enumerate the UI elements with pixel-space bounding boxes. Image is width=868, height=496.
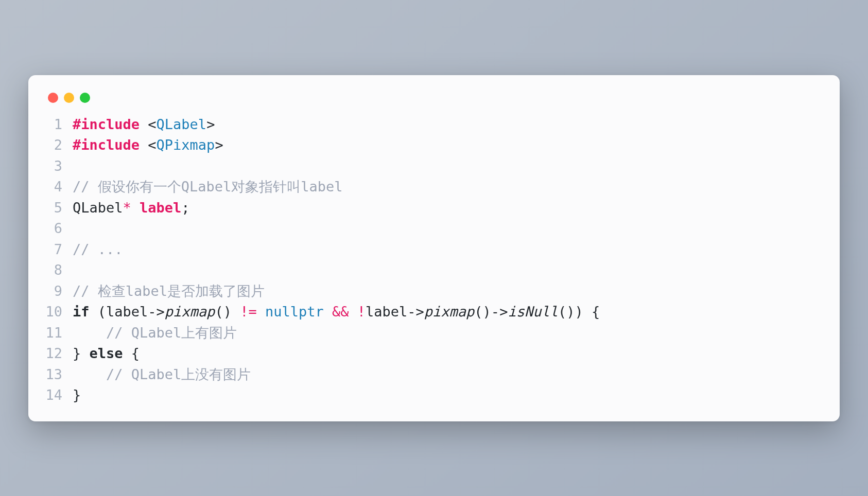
line-content	[73, 156, 81, 177]
line-number: 7	[44, 239, 73, 260]
line-number: 5	[44, 198, 73, 219]
code-token: ()	[215, 304, 240, 320]
code-token: QLabel	[73, 200, 123, 216]
zoom-icon[interactable]	[80, 93, 90, 103]
line-content: // 检查label是否加载了图片	[73, 281, 265, 302]
code-line: 2#include <QPixmap>	[44, 135, 824, 156]
code-line: 10if (label->pixmap() != nullptr && !lab…	[44, 302, 824, 323]
code-token: QPixmap	[157, 137, 215, 153]
line-number: 3	[44, 156, 73, 177]
code-token: ()) {	[558, 304, 600, 320]
code-token: ()->	[474, 304, 508, 320]
code-token: ;	[181, 200, 189, 216]
code-token: if	[73, 304, 90, 320]
line-number: 6	[44, 218, 73, 239]
code-line: 5QLabel* label;	[44, 198, 824, 219]
code-token: *	[123, 200, 140, 216]
line-number: 4	[44, 176, 73, 198]
code-token: // 检查label是否加载了图片	[73, 283, 265, 299]
line-number: 11	[44, 323, 73, 344]
line-content: // ...	[73, 239, 123, 260]
close-icon[interactable]	[48, 93, 58, 103]
line-number: 9	[44, 281, 73, 302]
code-line: 9// 检查label是否加载了图片	[44, 281, 824, 302]
line-number: 8	[44, 260, 73, 281]
line-content: #include <QLabel>	[73, 114, 215, 135]
code-token: !=	[240, 304, 265, 320]
code-token: nullptr	[265, 304, 324, 320]
code-token: #	[73, 137, 81, 153]
line-content: // 假设你有一个QLabel对象指针叫label	[73, 176, 343, 198]
code-block: 1#include <QLabel>2#include <QPixmap>3 4…	[44, 114, 824, 406]
code-token: label	[140, 200, 181, 216]
line-content: QLabel* label;	[73, 198, 190, 219]
code-token: (label->	[90, 304, 165, 320]
code-token: // QLabel上有图片	[73, 325, 237, 341]
code-token: else	[90, 345, 123, 361]
code-token: <	[148, 137, 156, 153]
code-window: 1#include <QLabel>2#include <QPixmap>3 4…	[28, 75, 840, 421]
line-number: 13	[44, 364, 73, 385]
line-content: } else {	[73, 343, 140, 364]
line-content	[73, 260, 81, 281]
code-line: 7// ...	[44, 239, 824, 260]
code-token: <	[148, 116, 156, 132]
code-line: 6	[44, 218, 824, 239]
code-token: }	[73, 345, 90, 361]
code-line: 8	[44, 260, 824, 281]
line-number: 1	[44, 114, 73, 135]
line-content: #include <QPixmap>	[73, 135, 223, 156]
line-content	[73, 218, 81, 239]
code-token: pixmap	[165, 304, 215, 320]
code-token: #	[73, 116, 81, 132]
code-line: 11 // QLabel上有图片	[44, 323, 824, 344]
code-token: && !	[324, 304, 366, 320]
line-number: 14	[44, 385, 73, 406]
code-token: label->	[366, 304, 424, 320]
code-line: 13 // QLabel上没有图片	[44, 364, 824, 385]
code-token: >	[206, 116, 215, 132]
code-token: >	[215, 137, 223, 153]
line-content: }	[73, 385, 81, 406]
code-token: include	[81, 116, 148, 132]
line-number: 12	[44, 343, 73, 364]
code-token: }	[73, 387, 81, 403]
code-line: 12} else {	[44, 343, 824, 364]
code-token: // ...	[73, 241, 123, 257]
code-token: pixmap	[424, 304, 475, 320]
code-token: isNull	[508, 304, 558, 320]
code-token: // QLabel上没有图片	[73, 366, 251, 382]
code-line: 3	[44, 156, 824, 177]
line-number: 2	[44, 135, 73, 156]
code-line: 14}	[44, 385, 824, 406]
code-line: 4// 假设你有一个QLabel对象指针叫label	[44, 176, 824, 198]
line-content: if (label->pixmap() != nullptr && !label…	[73, 302, 600, 323]
code-line: 1#include <QLabel>	[44, 114, 824, 135]
minimize-icon[interactable]	[64, 93, 74, 103]
line-content: // QLabel上没有图片	[73, 364, 251, 385]
traffic-lights	[44, 88, 824, 114]
code-token: {	[123, 345, 140, 361]
code-token: // 假设你有一个QLabel对象指针叫label	[73, 179, 343, 194]
code-token: include	[81, 137, 148, 153]
line-number: 10	[44, 302, 73, 323]
code-token: QLabel	[157, 116, 207, 132]
line-content: // QLabel上有图片	[73, 323, 237, 344]
